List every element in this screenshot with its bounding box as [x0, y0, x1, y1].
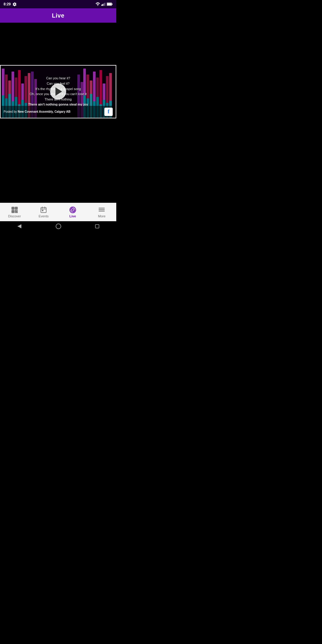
app-bar-title: Live — [52, 12, 64, 19]
events-icon — [40, 206, 47, 213]
more-icon — [98, 206, 105, 213]
black-area-top — [0, 23, 116, 65]
settings-icon — [13, 2, 17, 6]
time-display: 8:29 — [4, 2, 11, 6]
nav-item-live[interactable]: Live — [58, 204, 87, 220]
discover-label: Discover — [8, 214, 21, 218]
svg-point-65 — [56, 224, 61, 229]
app-bar: Live — [0, 8, 116, 23]
signal-icon — [101, 2, 106, 6]
nav-item-more[interactable]: More — [87, 204, 117, 220]
nav-item-discover[interactable]: Discover — [0, 204, 29, 220]
android-nav-bar — [0, 221, 116, 233]
posted-by-name: New Covenant Assembly, Calgary AB — [18, 110, 70, 113]
status-bar: 8:29 — [0, 0, 116, 8]
svg-rect-47 — [15, 207, 18, 210]
status-right — [95, 2, 113, 6]
posted-by-bar: Posted by New Covenant Assembly, Calgary… — [1, 106, 116, 118]
svg-point-60 — [72, 209, 73, 211]
home-button[interactable] — [55, 223, 61, 230]
play-button[interactable] — [50, 83, 66, 100]
svg-rect-50 — [17, 210, 18, 211]
svg-rect-0 — [101, 4, 102, 6]
video-thumbnail[interactable]: Can you hear it? Can you feel it? It's t… — [1, 66, 116, 118]
recents-button[interactable] — [95, 224, 100, 230]
lyric-line-1: Can you hear it? — [46, 76, 70, 81]
svg-rect-6 — [107, 3, 112, 5]
svg-rect-53 — [41, 208, 46, 213]
svg-rect-5 — [112, 4, 112, 5]
posted-by-text: Posted by New Covenant Assembly, Calgary… — [4, 110, 70, 113]
svg-rect-2 — [103, 3, 104, 6]
svg-marker-64 — [18, 224, 21, 228]
svg-rect-52 — [16, 211, 18, 213]
svg-rect-1 — [103, 4, 103, 6]
live-label: Live — [69, 214, 76, 218]
live-icon — [69, 206, 76, 213]
status-left: 8:29 — [4, 2, 17, 6]
main-content: Can you hear it? Can you feel it? It's t… — [0, 23, 116, 203]
discover-icon — [11, 206, 18, 213]
svg-rect-46 — [12, 207, 14, 210]
svg-rect-3 — [105, 3, 106, 6]
more-label: More — [98, 214, 106, 218]
video-card[interactable]: Can you hear it? Can you feel it? It's t… — [0, 65, 116, 118]
black-area-bottom — [0, 118, 116, 203]
events-label: Events — [38, 214, 49, 218]
svg-rect-57 — [42, 210, 43, 211]
svg-rect-48 — [12, 210, 14, 213]
battery-icon — [107, 2, 113, 6]
facebook-icon: f — [104, 108, 113, 116]
nav-item-events[interactable]: Events — [29, 204, 58, 220]
svg-rect-66 — [95, 225, 99, 228]
bottom-nav: Discover Events — [0, 203, 116, 221]
svg-rect-51 — [15, 212, 16, 213]
back-button[interactable] — [16, 223, 22, 230]
play-triangle-icon — [55, 87, 62, 96]
wifi-icon — [95, 2, 100, 6]
